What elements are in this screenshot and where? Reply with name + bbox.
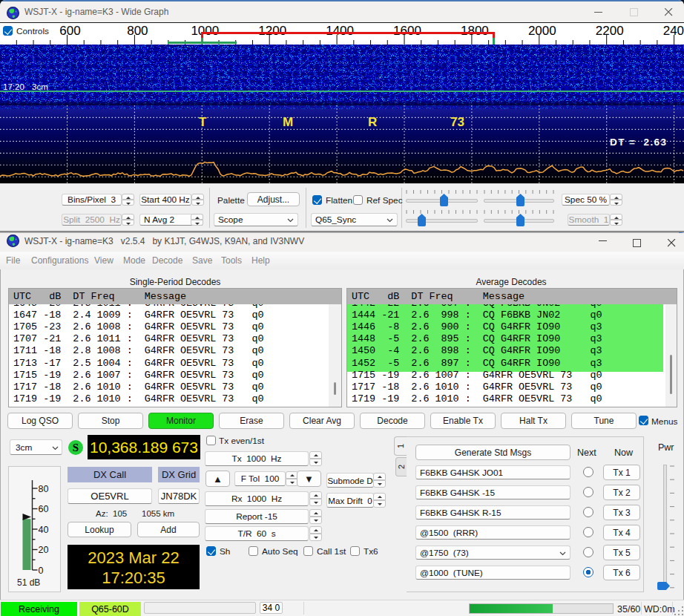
- svg-text:60: 60: [39, 504, 49, 514]
- svg-text:40: 40: [39, 525, 49, 535]
- svg-text:0: 0: [39, 566, 44, 576]
- svg-text:20: 20: [39, 545, 49, 555]
- svg-text:80: 80: [39, 484, 49, 494]
